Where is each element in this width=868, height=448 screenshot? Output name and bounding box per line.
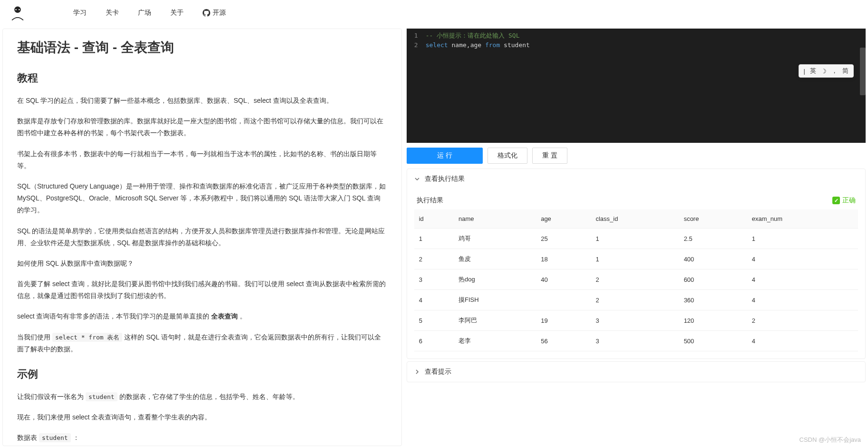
para-8: select 查询语句有非常多的语法，本节我们学习的是最简单直接的 全表查询 。 xyxy=(17,310,387,322)
button-row: 运 行 格式化 重 置 xyxy=(407,143,866,169)
para-9: 当我们使用 select * from 表名 这样的 SQL 语句时，就是在进行… xyxy=(17,331,387,355)
section-example: 示例 xyxy=(17,367,387,381)
table-row: 1鸡哥2512.51 xyxy=(414,229,858,249)
svg-point-2 xyxy=(19,9,20,10)
table-column-score: score xyxy=(679,209,747,229)
chevron-down-icon xyxy=(414,176,420,182)
moon-icon[interactable]: ☽ xyxy=(821,68,827,75)
table-row: 3热dog4026004 xyxy=(414,269,858,290)
table-column-exam_num: exam_num xyxy=(747,209,858,229)
chevron-right-icon xyxy=(414,369,420,375)
status-badge: ✓ 正确 xyxy=(832,196,856,205)
code-student-1: student xyxy=(86,392,117,401)
page-title: 基础语法 - 查询 - 全表查询 xyxy=(17,39,387,57)
avatar[interactable] xyxy=(10,5,26,21)
nav-levels[interactable]: 关卡 xyxy=(106,9,119,17)
table-row: 6老李5635004 xyxy=(414,331,858,351)
run-button[interactable]: 运 行 xyxy=(407,148,483,164)
para-6: 如何使用 SQL 从数据库中查询数据呢？ xyxy=(17,258,387,269)
nav-links: 学习 关卡 广场 关于 开源 xyxy=(73,9,226,17)
result-accordion-header[interactable]: 查看执行结果 xyxy=(407,169,865,189)
code-student-2: student xyxy=(39,433,71,442)
editor-scrollbar[interactable] xyxy=(860,48,866,95)
sql-editor[interactable]: 1 -- 小恒提示：请在此处输入 SQL 2 select name,age f… xyxy=(407,29,866,143)
svg-point-0 xyxy=(14,6,21,13)
ime-lang[interactable]: 英 xyxy=(810,67,816,75)
para-4: SQL（Structured Query Language）是一种用于管理、操作… xyxy=(17,180,387,217)
table-header-row: idnameageclass_idscoreexam_num xyxy=(414,209,858,229)
para-7: 首先要了解 select 查询，就好比是我们要从图书馆中找到我们感兴趣的书籍。我… xyxy=(17,278,387,302)
table-column-class_id: class_id xyxy=(591,209,679,229)
ime-punct[interactable]: ， xyxy=(831,67,838,75)
line-number-2: 2 xyxy=(407,40,426,50)
nav-study[interactable]: 学习 xyxy=(73,9,87,17)
result-title: 执行结果 xyxy=(417,196,443,205)
para-2: 数据库是存放专门存放和管理数据的库。数据库就好比是一座大型的图书馆，而这个图书馆… xyxy=(17,115,387,139)
ime-cursor-icon: | xyxy=(804,68,805,75)
nav-github[interactable]: 开源 xyxy=(203,9,226,17)
nav-github-label: 开源 xyxy=(213,9,226,17)
para-5: SQL 的语法是简单易学的，它使用类似自然语言的结构，方便开发人员和数据库管理员… xyxy=(17,225,387,249)
table-column-id: id xyxy=(414,209,454,229)
para-3: 书架上会有很多本书，数据表中的每一行就相当于一本书，每一列就相当于这本书的属性，… xyxy=(17,148,387,172)
ime-simp[interactable]: 简 xyxy=(842,67,848,75)
para-11: 现在，我们来使用 select 全表查询语句，查看整个学生表的内容。 xyxy=(17,411,387,423)
result-table: idnameageclass_idscoreexam_num 1鸡哥2512.5… xyxy=(414,209,858,351)
line-number-1: 1 xyxy=(407,31,426,40)
result-accordion: 查看执行结果 执行结果 ✓ 正确 idnameageclass_idscoree… xyxy=(407,169,866,359)
table-row: 4摸FISH23604 xyxy=(414,290,858,310)
result-body: 执行结果 ✓ 正确 idnameageclass_idscoreexam_num… xyxy=(407,189,865,358)
table-row: 5李阿巴1931202 xyxy=(414,310,858,331)
tutorial-panel: 基础语法 - 查询 - 全表查询 教程 在 SQL 学习的起点，我们需要了解一些… xyxy=(2,29,402,446)
nav-about[interactable]: 关于 xyxy=(170,9,184,17)
navbar: 学习 关卡 广场 关于 开源 xyxy=(0,0,868,26)
keyword-select: select xyxy=(426,41,448,49)
hint-accordion: 查看提示 xyxy=(407,361,866,382)
watermark: CSDN @小恒不会java xyxy=(800,436,861,444)
comment-text: -- 小恒提示：请在此处输入 SQL xyxy=(426,32,520,39)
hint-accordion-label: 查看提示 xyxy=(425,368,451,376)
format-button[interactable]: 格式化 xyxy=(488,148,527,164)
code-select-from: select * from 表名 xyxy=(52,333,123,342)
github-icon xyxy=(203,9,210,17)
hint-accordion-header[interactable]: 查看提示 xyxy=(407,362,865,382)
para-12: 数据表 student ： xyxy=(17,432,387,444)
reset-button[interactable]: 重 置 xyxy=(532,148,567,164)
table-column-age: age xyxy=(536,209,591,229)
nav-square[interactable]: 广场 xyxy=(138,9,151,17)
check-icon: ✓ xyxy=(832,197,840,204)
content: 基础语法 - 查询 - 全表查询 教程 在 SQL 学习的起点，我们需要了解一些… xyxy=(0,26,868,448)
table-column-name: name xyxy=(454,209,536,229)
para-10: 让我们假设有一张名为 student 的数据表，它存储了学生的信息，包括学号、姓… xyxy=(17,391,387,403)
result-accordion-label: 查看执行结果 xyxy=(425,175,465,183)
editor-panel: 1 -- 小恒提示：请在此处输入 SQL 2 select name,age f… xyxy=(407,29,866,446)
para-1: 在 SQL 学习的起点，我们需要了解一些基本概念，包括数据库、数据表、SQL、s… xyxy=(17,95,387,107)
keyword-from: from xyxy=(485,41,500,49)
table-row: 2鱼皮1814004 xyxy=(414,249,858,269)
ime-bar[interactable]: | 英 ☽ ， 简 xyxy=(799,64,854,78)
section-tutorial: 教程 xyxy=(17,71,387,85)
svg-point-1 xyxy=(15,9,17,10)
